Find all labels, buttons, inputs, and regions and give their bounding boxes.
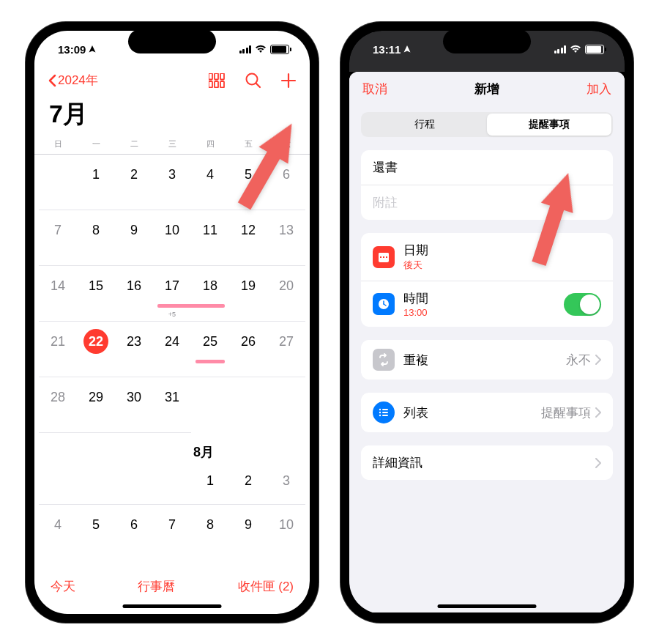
day-5[interactable]: 5	[229, 155, 267, 210]
add-button[interactable]: 加入	[587, 81, 611, 97]
aug-day-6[interactable]: 6	[115, 505, 153, 541]
day-23[interactable]: 23	[115, 322, 153, 377]
aug-day-7[interactable]: 7	[153, 505, 191, 541]
aug-day-10[interactable]: 10	[267, 505, 305, 541]
day-22-today[interactable]: 22	[77, 322, 115, 377]
grid-view-icon[interactable]	[209, 73, 226, 88]
notes-input[interactable]: 附註	[361, 185, 613, 220]
aug-day-5[interactable]: 5	[77, 505, 115, 541]
day-16[interactable]: 16	[115, 266, 153, 322]
dynamic-island	[128, 29, 216, 53]
repeat-value: 永不	[566, 352, 591, 369]
svg-rect-12	[380, 256, 381, 258]
day-30[interactable]: 30	[115, 377, 153, 433]
day-4[interactable]: 4	[191, 155, 229, 210]
segment-reminder[interactable]: 提醒事項	[487, 114, 611, 136]
home-indicator[interactable]	[438, 604, 537, 608]
time-toggle[interactable]	[564, 293, 601, 316]
weekday-thu: 四	[191, 138, 229, 149]
list-group: 列表 提醒事項	[361, 393, 613, 432]
event-indicator	[157, 304, 191, 308]
date-row[interactable]: 日期 後天	[361, 233, 613, 281]
day-21[interactable]: 21	[39, 322, 77, 377]
day-empty: .	[153, 461, 191, 505]
time-value: 13:00	[403, 307, 564, 318]
aug-day-3[interactable]: 3	[267, 461, 305, 505]
clock-text: 13:09	[58, 43, 86, 56]
day-2[interactable]: 2	[115, 155, 153, 210]
day-17[interactable]: 17+5	[153, 266, 191, 322]
time-row[interactable]: 時間 13:00	[361, 281, 613, 327]
segmented-control[interactable]: 行程 提醒事項	[361, 112, 613, 137]
day-7[interactable]: 7	[39, 210, 77, 266]
day-empty: .	[39, 461, 77, 505]
event-indicator	[191, 304, 225, 308]
day-18[interactable]: 18	[191, 266, 229, 322]
calendar-actions	[209, 73, 297, 89]
day-26[interactable]: 26	[229, 322, 267, 377]
year-label: 2024年	[58, 72, 98, 89]
day-empty: .	[77, 461, 115, 505]
aug-day-2[interactable]: 2	[229, 461, 267, 505]
day-19[interactable]: 19	[229, 266, 267, 322]
list-row[interactable]: 列表 提醒事項	[361, 393, 613, 432]
svg-rect-21	[382, 412, 388, 413]
svg-rect-2	[220, 73, 224, 80]
svg-point-18	[379, 409, 381, 410]
day-14[interactable]: 14	[39, 266, 77, 322]
month-title: 7月	[34, 95, 310, 138]
day-15[interactable]: 15	[77, 266, 115, 322]
title-notes-group: 還書 附註	[361, 150, 613, 220]
add-icon[interactable]	[280, 73, 297, 89]
svg-rect-3	[209, 81, 212, 88]
day-3[interactable]: 3	[153, 155, 191, 210]
phone-left: 13:09 2024年 7月 日 一	[26, 22, 319, 623]
home-indicator[interactable]	[123, 604, 222, 608]
repeat-row[interactable]: 重複 永不	[361, 340, 613, 380]
chevron-right-icon	[595, 407, 601, 418]
modal-header: 取消 新增 加入	[349, 72, 625, 106]
day-24[interactable]: 24	[153, 322, 191, 377]
cancel-button[interactable]: 取消	[362, 81, 387, 97]
day-9[interactable]: 9	[115, 210, 153, 266]
next-month-label: 8月	[39, 443, 305, 461]
details-group: 詳細資訊	[361, 445, 613, 480]
repeat-label: 重複	[403, 352, 566, 369]
day-20[interactable]: 20	[267, 266, 305, 322]
time-labels: 時間 13:00	[403, 290, 564, 318]
day-12[interactable]: 12	[229, 210, 267, 266]
today-button[interactable]: 今天	[51, 578, 75, 595]
title-input[interactable]: 還書	[361, 150, 613, 185]
aug-day-4[interactable]: 4	[39, 505, 77, 541]
svg-rect-13	[383, 256, 384, 258]
day-25[interactable]: 25	[191, 322, 229, 377]
calendar-nav-bar: 2024年	[34, 67, 310, 95]
day-empty: .	[39, 155, 77, 210]
wifi-icon	[255, 45, 267, 53]
day-8[interactable]: 8	[77, 210, 115, 266]
day-11[interactable]: 11	[191, 210, 229, 266]
back-to-year-button[interactable]: 2024年	[48, 72, 98, 89]
calendars-button[interactable]: 行事曆	[138, 578, 175, 595]
day-27[interactable]: 27	[267, 322, 305, 377]
segment-event[interactable]: 行程	[362, 114, 487, 136]
day-10[interactable]: 10	[153, 210, 191, 266]
aug-day-9[interactable]: 9	[229, 505, 267, 541]
day-31[interactable]: 31	[153, 377, 191, 433]
day-29[interactable]: 29	[77, 377, 115, 433]
aug-day-8[interactable]: 8	[191, 505, 229, 541]
date-label: 日期	[403, 243, 428, 257]
day-1[interactable]: 1	[77, 155, 115, 210]
clock-icon	[373, 293, 395, 315]
day-28[interactable]: 28	[39, 377, 77, 433]
inbox-button[interactable]: 收件匣 (2)	[238, 578, 294, 595]
aug-day-1[interactable]: 1	[191, 461, 229, 505]
time-label: 時間	[403, 292, 428, 306]
details-row[interactable]: 詳細資訊	[361, 445, 613, 480]
day-13[interactable]: 13	[267, 210, 305, 266]
day-6[interactable]: 6	[267, 155, 305, 210]
day-empty: .	[191, 377, 229, 433]
status-icons	[239, 45, 290, 54]
search-icon[interactable]	[245, 73, 261, 89]
calendar-grid: . 1 2 3 4 5 6 7 8 9 10 11 12 13 14 15 16…	[34, 155, 310, 541]
